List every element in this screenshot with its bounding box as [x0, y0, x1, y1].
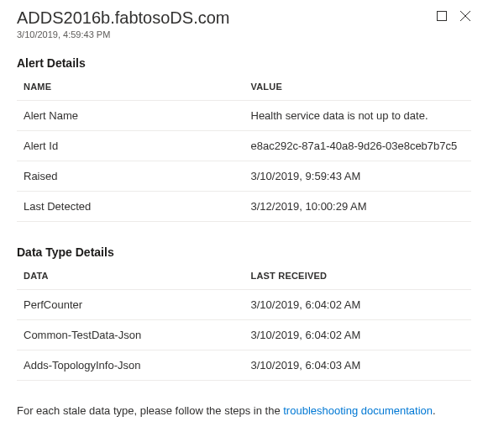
cell-data: PerfCounter [17, 290, 244, 320]
alert-details-title: Alert Details [17, 56, 471, 70]
cell-last-received: 3/10/2019, 6:04:02 AM [244, 290, 472, 320]
data-type-details-table: DATA LAST RECEIVED PerfCounter 3/10/2019… [17, 262, 471, 381]
cell-name: Alert Id [17, 131, 244, 161]
footer-suffix: . [433, 404, 436, 417]
cell-value: Health service data is not up to date. [244, 101, 472, 131]
header-controls [436, 10, 471, 22]
column-header-value: VALUE [244, 73, 472, 101]
troubleshooting-link[interactable]: troubleshooting documentation [283, 404, 433, 417]
restore-icon[interactable] [436, 10, 448, 22]
cell-last-received: 3/10/2019, 6:04:03 AM [244, 350, 472, 381]
footer-prefix: For each stale data type, please follow … [17, 404, 283, 417]
cell-name: Alert Name [17, 101, 244, 131]
table-row: Common-TestData-Json 3/10/2019, 6:04:02 … [17, 320, 471, 350]
column-header-name: NAME [17, 73, 244, 101]
data-type-details-title: Data Type Details [17, 245, 471, 259]
cell-name: Raised [17, 161, 244, 192]
table-row: Last Detected 3/12/2019, 10:00:29 AM [17, 192, 471, 222]
alert-details-section: Alert Details NAME VALUE Alert Name Heal… [17, 56, 471, 222]
cell-value: 3/12/2019, 10:00:29 AM [244, 192, 472, 222]
table-row: Alert Id e8ac292c-87a1-40a8-9d26-03e8ceb… [17, 131, 471, 161]
close-icon[interactable] [459, 10, 471, 22]
table-row: Adds-TopologyInfo-Json 3/10/2019, 6:04:0… [17, 350, 471, 381]
cell-data: Adds-TopologyInfo-Json [17, 350, 244, 381]
table-row: Raised 3/10/2019, 9:59:43 AM [17, 161, 471, 192]
footer-text: For each stale data type, please follow … [17, 404, 471, 417]
cell-value: e8ac292c-87a1-40a8-9d26-03e8ceb7b7c5 [244, 131, 472, 161]
data-type-details-section: Data Type Details DATA LAST RECEIVED Per… [17, 245, 471, 381]
cell-value: 3/10/2019, 9:59:43 AM [244, 161, 472, 192]
cell-last-received: 3/10/2019, 6:04:02 AM [244, 320, 472, 350]
alert-details-table: NAME VALUE Alert Name Health service dat… [17, 73, 471, 222]
panel-title: ADDS2016b.fabtosoDS.com [17, 8, 471, 28]
column-header-data: DATA [17, 262, 244, 290]
cell-data: Common-TestData-Json [17, 320, 244, 350]
panel-header: ADDS2016b.fabtosoDS.com 3/10/2019, 4:59:… [17, 8, 471, 40]
column-header-last-received: LAST RECEIVED [244, 262, 472, 290]
panel-timestamp: 3/10/2019, 4:59:43 PM [17, 29, 471, 40]
cell-name: Last Detected [17, 192, 244, 222]
svg-rect-0 [438, 12, 447, 21]
table-row: Alert Name Health service data is not up… [17, 101, 471, 131]
table-row: PerfCounter 3/10/2019, 6:04:02 AM [17, 290, 471, 320]
alert-panel: ADDS2016b.fabtosoDS.com 3/10/2019, 4:59:… [0, 0, 488, 448]
